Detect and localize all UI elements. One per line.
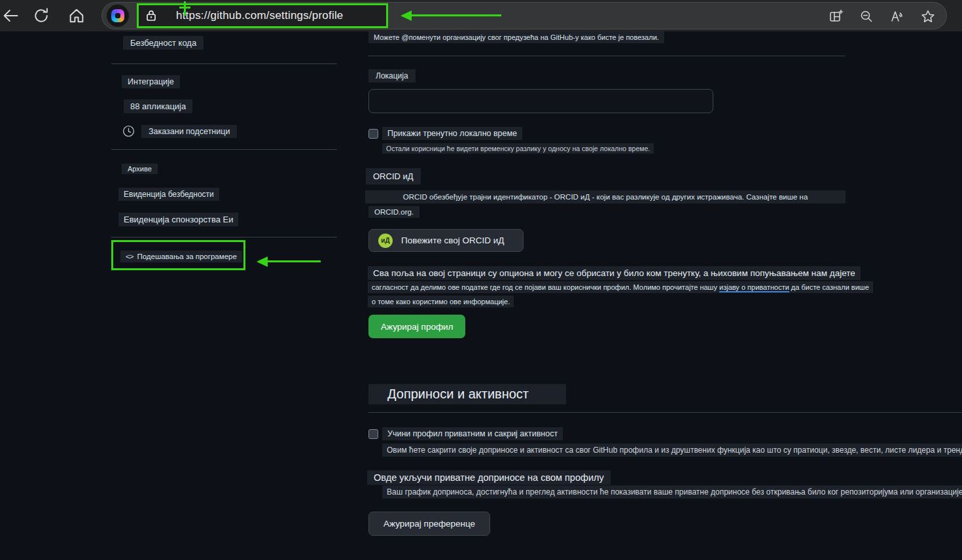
back-icon[interactable] (1, 7, 20, 25)
mention-note: Можете @поменути организацију свог преду… (368, 31, 664, 43)
annotation-arrow-url (401, 10, 412, 21)
clock-icon (122, 124, 135, 141)
private-profile-label[interactable]: Учини профил приватним и сакриј активнос… (382, 427, 563, 440)
local-time-description: Остали корисници ће видети временску раз… (382, 143, 654, 154)
connect-orcid-button[interactable]: иД Повежите свој ORCID иД (368, 229, 524, 252)
local-time-checkbox[interactable] (368, 129, 378, 139)
consent-line-1: Сва поља на овој страници су опциона и м… (368, 266, 861, 280)
sidebar-item-code-security[interactable]: Безбедност кода (123, 36, 204, 50)
sidebar-item-integrations[interactable]: Интеграције (122, 75, 180, 88)
consent-line-2-post: да бисте сазнали више (789, 283, 869, 291)
sidebar-item-security-log[interactable]: Евиденција безбедности (118, 188, 219, 201)
browser-toolbar: https://github.com/settings/profile (0, 0, 962, 31)
privacy-statement-link[interactable]: изјаву о приватности (719, 283, 789, 292)
home-icon[interactable] (67, 7, 86, 25)
annotation-arrow-url-line (411, 14, 501, 16)
private-profile-checkbox[interactable] (368, 429, 378, 439)
code-icon: <> (126, 253, 133, 260)
url-input[interactable]: https://github.com/settings/profile (176, 9, 344, 22)
refresh-icon[interactable] (32, 7, 50, 25)
update-profile-button[interactable]: Ажурирај профил (368, 315, 465, 338)
sidebar-divider (111, 237, 337, 237)
copilot-icon[interactable] (107, 5, 129, 27)
consent-line-2-pre: сагласност да делимо ове податке где год… (372, 283, 719, 291)
address-bar: https://github.com/settings/profile (101, 2, 947, 29)
split-screen-icon[interactable] (828, 9, 844, 24)
local-time-label[interactable]: Прикажи тренутно локално време (382, 127, 522, 140)
orcid-description: ORCID обезбеђује трајни идентификатор - … (365, 190, 846, 203)
location-input[interactable] (368, 89, 713, 113)
orcid-org-link[interactable]: ORCID.org. (368, 206, 419, 218)
annotation-arrow-developer-settings-line (267, 260, 321, 262)
private-contributions-label: Овде укључи приватне доприносе на свом п… (367, 470, 611, 485)
sidebar-item-label: Подешавања за програмере (137, 253, 236, 260)
lock-icon[interactable] (143, 8, 159, 24)
sidebar-divider (111, 149, 337, 150)
sidebar-divider (111, 63, 337, 64)
consent-line-3: о томе како користимо ове информације. (368, 296, 514, 307)
annotation-plus-marker (184, 1, 186, 16)
location-label: Локација (368, 69, 416, 82)
annotation-plus-marker (179, 7, 190, 9)
url-highlight-box[interactable]: https://github.com/settings/profile (137, 3, 388, 28)
orcid-id-icon: иД (378, 234, 393, 248)
content-divider (368, 56, 845, 56)
contributions-heading: Доприноси и активност (368, 384, 566, 404)
connect-orcid-label: Повежите свој ORCID иД (401, 236, 504, 245)
sidebar-item-sponsorship-log[interactable]: Евиденција спонзорства Еи (118, 213, 238, 226)
annotation-arrow-developer-settings (257, 256, 268, 267)
browser-window: https://github.com/settings/profile Безб… (0, 0, 962, 560)
content-divider (368, 412, 962, 413)
private-contributions-description: Ваш график доприноса, достигнућа и прегл… (382, 485, 962, 499)
consent-line-2: сагласност да делимо ове податке где год… (368, 281, 873, 293)
favorites-star-icon[interactable] (920, 9, 936, 24)
private-profile-description: Овим ћете сакрити своје доприносе и акти… (382, 444, 962, 457)
update-preferences-button[interactable]: Ажурирај преференце (368, 512, 490, 536)
zoom-out-icon[interactable] (859, 9, 874, 24)
sidebar-item-applications[interactable]: 88 апликација (124, 99, 192, 113)
read-aloud-icon[interactable] (889, 9, 904, 24)
sidebar-item-scheduled-reminders[interactable]: Заказани подсетници (141, 125, 237, 138)
sidebar-item-developer-settings[interactable]: <>Подешавања за програмере (120, 251, 242, 262)
orcid-title: ORCID иД (366, 168, 421, 184)
sidebar-item-archives[interactable]: Архиве (122, 164, 158, 174)
